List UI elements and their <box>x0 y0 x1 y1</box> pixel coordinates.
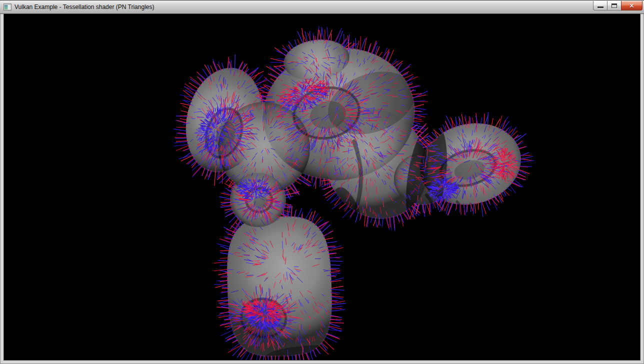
close-button[interactable]: ✕ <box>621 1 642 10</box>
client-area <box>4 14 640 360</box>
minimize-icon <box>598 6 604 8</box>
render-viewport[interactable] <box>4 14 640 360</box>
app-icon-graphic <box>4 3 12 11</box>
app-window: Vulkan Example - Tessellation shader (PN… <box>0 0 644 364</box>
minimize-button[interactable] <box>593 1 608 10</box>
close-icon: ✕ <box>629 2 634 9</box>
title-bar[interactable]: Vulkan Example - Tessellation shader (PN… <box>0 0 644 14</box>
maximize-icon <box>612 4 617 8</box>
caption-button-group: ✕ <box>593 1 642 10</box>
window-title: Vulkan Example - Tessellation shader (PN… <box>14 4 154 10</box>
maximize-button[interactable] <box>607 1 622 10</box>
app-icon[interactable] <box>4 3 12 11</box>
